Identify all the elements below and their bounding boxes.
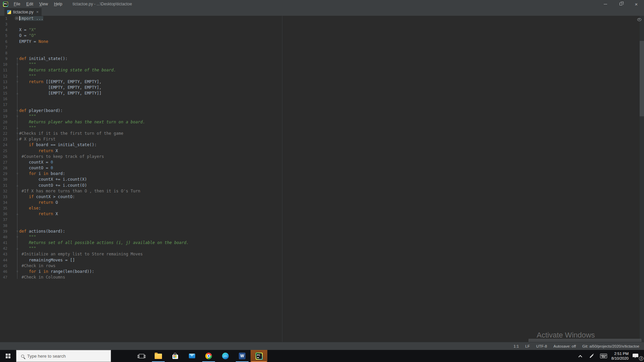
taskbar-search[interactable] — [16, 350, 111, 362]
clock[interactable]: 2:51 PM 8/10/2020 — [610, 350, 630, 362]
code-line-21[interactable]: 21▵ """ — [0, 125, 641, 131]
taskbar-file-explorer[interactable] — [150, 350, 167, 362]
code-line-17[interactable]: 17 — [0, 102, 641, 108]
code-line-16[interactable]: 16 — [0, 96, 641, 102]
task-view-button[interactable] — [133, 350, 150, 362]
code-line-46[interactable]: 46▿ for i in range(len(board)): — [0, 269, 641, 275]
code-line-33[interactable]: 33 if countX > countO: — [0, 194, 641, 200]
editor-scrollbar-thumb[interactable] — [640, 41, 644, 116]
code-line-4[interactable]: 4X = "X" — [0, 27, 641, 33]
code-line-25[interactable]: 25 return X — [0, 148, 641, 154]
taskbar-pycharm[interactable]: PC — [251, 350, 267, 362]
code-line-5[interactable]: 5O = "O" — [0, 33, 641, 39]
status-encoding[interactable]: UTF-8 — [536, 344, 547, 348]
fold-marker-icon[interactable]: ▵ — [7, 90, 19, 96]
start-button[interactable] — [0, 350, 16, 362]
fold-marker-icon[interactable]: ▵ — [7, 125, 19, 131]
code-line-40[interactable]: 40▿ """ — [0, 234, 641, 240]
fold-marker-icon[interactable]: ▿ — [7, 229, 19, 234]
code-line-39[interactable]: 39▿def actions(board): — [0, 229, 641, 234]
menu-view[interactable]: View — [36, 0, 51, 8]
code-line-45[interactable]: 45 #Check in rows — [0, 263, 641, 269]
show-hidden-icons-button[interactable] — [575, 350, 586, 362]
code-line-20[interactable]: 20 Returns player who has the next turn … — [0, 119, 641, 125]
fold-marker-icon[interactable]: ▿ — [7, 79, 19, 85]
code-line-43[interactable]: 43 #Initialize an empty list to Store re… — [0, 251, 641, 257]
code-line-38[interactable]: 38 — [0, 223, 641, 229]
code-line-27[interactable]: 27 countX = 0 — [0, 160, 641, 165]
code-line-6[interactable]: 6EMPTY = None — [0, 39, 641, 45]
code-line-37[interactable]: 37 — [0, 217, 641, 223]
code-line-24[interactable]: 24 if board == initial_state(): — [0, 142, 641, 148]
fold-marker-icon[interactable]: ▵ — [7, 211, 19, 217]
fold-marker-icon[interactable]: ▿ — [7, 171, 19, 177]
code-line-36[interactable]: 36▵ return X — [0, 211, 641, 217]
code-line-13[interactable]: 13▿ return [[EMPTY, EMPTY, EMPTY], — [0, 79, 641, 85]
fold-marker-icon[interactable]: ▵ — [7, 136, 19, 142]
status-autosave[interactable]: Autosave: off — [553, 344, 576, 348]
status-git-branch[interactable]: Git: ai50/projects/2020/x/tictactoe — [582, 344, 639, 348]
code-editor[interactable]: 1+import ...34X = "X"5O = "O"6EMPTY = No… — [0, 16, 644, 342]
close-button[interactable]: × — [629, 0, 644, 8]
taskbar-chrome[interactable] — [200, 350, 217, 362]
code-line-7[interactable]: 7 — [0, 45, 641, 50]
code-line-44[interactable]: 44 remainingMoves = [] — [0, 257, 641, 263]
code-line-3[interactable]: 3 — [0, 21, 641, 27]
touch-keyboard-button[interactable] — [597, 350, 610, 362]
status-caret-position[interactable]: 1:1 — [514, 344, 519, 348]
code-line-11[interactable]: 11 Returns starting state of the board. — [0, 67, 641, 73]
code-line-34[interactable]: 34 return O — [0, 200, 641, 205]
code-line-29[interactable]: 29▿ for i in board: — [0, 171, 641, 177]
status-line-separator[interactable]: LF — [525, 344, 530, 348]
tab-close-icon[interactable]: × — [36, 9, 39, 14]
taskbar-edge[interactable] — [217, 350, 234, 362]
code-line-31[interactable]: 31▵ countO += i.count(O) — [0, 183, 641, 188]
code-line-8[interactable]: 8 — [0, 50, 641, 56]
fold-marker-icon[interactable]: + — [7, 16, 19, 21]
menu-file[interactable]: File — [11, 0, 23, 8]
code-line-35[interactable]: 35 else: — [0, 205, 641, 211]
code-line-47[interactable]: 47 #Check in Coloumns — [0, 275, 641, 280]
fold-marker-icon[interactable]: ▿ — [7, 62, 19, 67]
code-line-10[interactable]: 10▿ """ — [0, 62, 641, 67]
fold-marker-icon[interactable]: ▿ — [7, 234, 19, 240]
code-line-23[interactable]: 23▵# X plays First — [0, 136, 641, 142]
fold-marker-icon[interactable]: ▿ — [7, 269, 19, 275]
code-line-28[interactable]: 28 countO = 0 — [0, 165, 641, 171]
minimize-button[interactable] — [598, 0, 613, 8]
code-line-14[interactable]: 14 [EMPTY, EMPTY, EMPTY], — [0, 85, 641, 90]
action-center-button[interactable]: 2 — [630, 350, 644, 362]
taskbar-word[interactable]: W — [234, 350, 251, 362]
code-line-19[interactable]: 19▿ """ — [0, 114, 641, 119]
editor-scrollbar-track[interactable] — [640, 16, 644, 342]
code-line-30[interactable]: 30 countX += i.count(X) — [0, 177, 641, 182]
fold-marker-icon[interactable]: ▵ — [7, 246, 19, 251]
windows-ink-button[interactable] — [586, 350, 597, 362]
code-line-9[interactable]: 9▿def initial_state(): — [0, 56, 641, 62]
code-text — [19, 21, 641, 27]
fold-marker-icon[interactable]: ▿ — [7, 114, 19, 119]
code-line-15[interactable]: 15▵ [EMPTY, EMPTY, EMPTY]] — [0, 90, 641, 96]
fold-marker-icon[interactable]: ▵ — [7, 73, 19, 79]
taskbar-microsoft-store[interactable] — [167, 350, 183, 362]
menu-edit[interactable]: Edit — [23, 0, 36, 8]
tab-tictactoe[interactable]: tictactoe.py × — [4, 8, 42, 16]
code-line-18[interactable]: 18▿def player(board): — [0, 108, 641, 114]
taskbar-mail[interactable] — [183, 350, 200, 362]
code-line-32[interactable]: 32 #If X has more turns than O , then it… — [0, 188, 641, 194]
code-line-1[interactable]: 1+import ... — [0, 16, 641, 21]
code-line-26[interactable]: 26 #Counters to keep track of players — [0, 154, 641, 160]
code-line-12[interactable]: 12▵ """ — [0, 73, 641, 79]
code-line-42[interactable]: 42▵ """ — [0, 246, 641, 251]
fold-marker-icon[interactable]: ▿ — [7, 131, 19, 136]
fold-marker-icon[interactable]: ▿ — [7, 56, 19, 62]
inspections-widget[interactable] — [636, 17, 642, 22]
code-line-41[interactable]: 41 Returns set of all possible actions (… — [0, 240, 641, 246]
code-line-22[interactable]: 22▿#Checks if it is the first turn of th… — [0, 131, 641, 136]
search-input[interactable] — [27, 354, 101, 359]
menu-help[interactable]: Help — [51, 0, 65, 8]
fold-marker-icon[interactable]: ▵ — [7, 183, 19, 188]
fold-gutter — [7, 102, 19, 108]
restore-button[interactable] — [613, 0, 629, 8]
fold-marker-icon[interactable]: ▿ — [7, 108, 19, 114]
